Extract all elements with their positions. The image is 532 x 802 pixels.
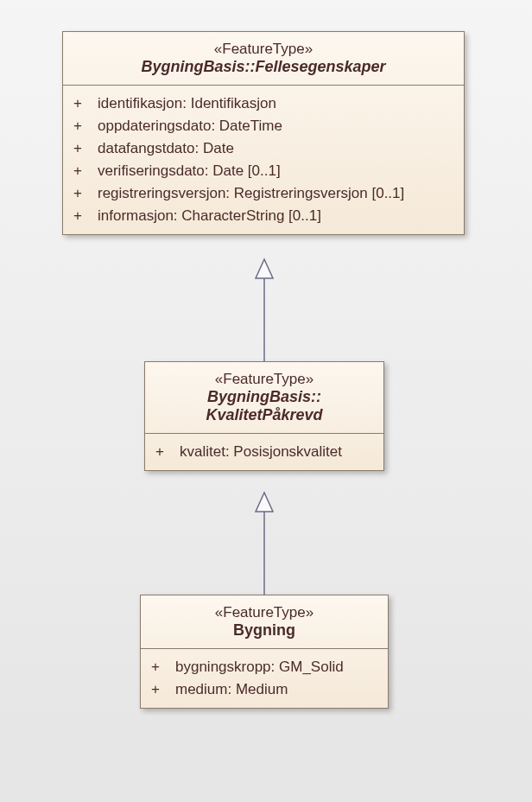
attribute-text: identifikasjon: Identifikasjon <box>98 95 453 112</box>
visibility: + <box>73 118 98 135</box>
visibility: + <box>73 140 98 157</box>
attribute-row: + datafangstdato: Date <box>73 137 453 160</box>
attribute-text: registreringsversjon: Registreringsversj… <box>98 185 453 202</box>
attribute-row: + oppdateringsdato: DateTime <box>73 115 453 137</box>
class-body: + bygningskropp: GM_Solid + medium: Medi… <box>141 649 388 708</box>
stereotype-label: «FeatureType» <box>73 41 453 58</box>
class-fellesegenskaper: «FeatureType» BygningBasis::Fellesegensk… <box>62 31 465 235</box>
visibility: + <box>151 659 175 676</box>
attribute-text: informasjon: CharacterString [0..1] <box>98 207 453 225</box>
class-kvalitetpakrevd: «FeatureType» BygningBasis:: KvalitetPåk… <box>144 361 384 471</box>
attribute-text: bygningskropp: GM_Solid <box>175 659 377 676</box>
visibility: + <box>155 443 180 461</box>
attribute-text: datafangstdato: Date <box>98 140 453 157</box>
class-bygning: «FeatureType» Bygning + bygningskropp: G… <box>140 595 389 709</box>
class-body: + identifikasjon: Identifikasjon + oppda… <box>63 86 464 234</box>
visibility: + <box>73 162 98 180</box>
class-body: + kvalitet: Posisjonskvalitet <box>145 434 383 470</box>
class-name: BygningBasis::Fellesegenskaper <box>73 58 453 76</box>
visibility: + <box>73 185 98 202</box>
attribute-text: oppdateringsdato: DateTime <box>98 118 453 135</box>
stereotype-label: «FeatureType» <box>151 604 377 621</box>
attribute-row: + verifiseringsdato: Date [0..1] <box>73 160 453 182</box>
stereotype-label: «FeatureType» <box>155 371 373 388</box>
generalization-arrow-icon <box>256 259 273 363</box>
attribute-row: + bygningskropp: GM_Solid <box>151 656 377 678</box>
class-header: «FeatureType» BygningBasis::Fellesegensk… <box>63 32 464 86</box>
generalization-arrow-icon <box>256 493 273 596</box>
svg-marker-1 <box>256 259 273 278</box>
class-name: Bygning <box>151 621 377 640</box>
attribute-row: + registreringsversjon: Registreringsver… <box>73 182 453 205</box>
attribute-text: kvalitet: Posisjonskvalitet <box>180 443 373 461</box>
visibility: + <box>73 207 98 225</box>
attribute-row: + informasjon: CharacterString [0..1] <box>73 205 453 227</box>
attribute-row: + kvalitet: Posisjonskvalitet <box>155 441 373 463</box>
attribute-text: medium: Medium <box>175 681 377 698</box>
class-name-line1: BygningBasis:: <box>155 388 373 406</box>
class-header: «FeatureType» BygningBasis:: KvalitetPåk… <box>145 362 383 434</box>
class-name-line2: KvalitetPåkrevd <box>155 406 373 424</box>
attribute-row: + medium: Medium <box>151 678 377 701</box>
visibility: + <box>73 95 98 112</box>
attribute-text: verifiseringsdato: Date [0..1] <box>98 162 453 180</box>
svg-marker-3 <box>256 493 273 512</box>
attribute-row: + identifikasjon: Identifikasjon <box>73 92 453 115</box>
visibility: + <box>151 681 175 698</box>
class-header: «FeatureType» Bygning <box>141 595 388 649</box>
